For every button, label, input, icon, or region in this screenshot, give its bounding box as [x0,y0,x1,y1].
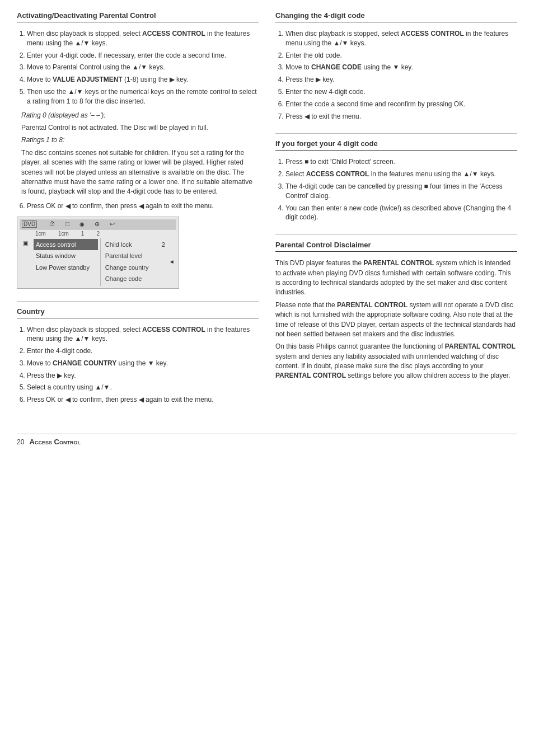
bold-text: CHANGE COUNTRY [53,359,116,367]
menu-left-col: Access control Status window Low Power s… [31,238,100,286]
divider-1 [17,301,259,302]
menu-label-3: 1 [81,231,85,237]
list-item: When disc playback is stopped, select AC… [285,29,517,48]
menu-icon-left: ▣ [21,240,30,246]
list-item: Enter the 4-digit code. [27,346,259,356]
section-changing-code-title: Changing the 4-digit code [275,11,517,22]
list-item: Press the ▶ key. [27,371,259,381]
bold-text: ACCESS CONTROL [401,30,464,37]
menu-label-2: 1cm [58,231,69,237]
section-disclaimer: Parental Control Disclaimer This DVD pla… [275,241,517,381]
list-item: Press ◀ to exit the menu. [285,112,517,121]
menu-label-4: 2 [96,231,100,237]
page-layout: Activating/Deactivating Parental Control… [17,11,517,417]
activating-steps-list-2: Press OK or ◀ to confirm, then press ◀ a… [27,201,259,211]
activating-steps-list: When disc playback is stopped, select AC… [27,29,259,106]
section-disclaimer-title: Parental Control Disclaimer [275,241,517,252]
menu-icon-1: ⏱ [49,220,55,227]
divider-3 [275,234,517,235]
list-item: When disc playback is stopped, select AC… [27,325,259,344]
list-item: Enter the new 4-digit code. [285,87,517,97]
left-column: Activating/Deactivating Parental Control… [17,11,259,417]
note-title-1: Rating 0 (displayed as '– –'): [21,111,259,120]
note-title-2: Ratings 1 to 8: [21,135,259,145]
menu-icon-4: ⊕ [95,220,100,228]
list-item: Move to VALUE ADJUSTMENT (1-8) using the… [27,75,259,84]
list-item: Press OK or ◀ to confirm, then press ◀ a… [27,395,259,405]
menu-screenshot: DVD ⏱ □ ◉ ⊕ ↩ 1cm 1cm 1 2 ▣ [17,217,179,289]
section-forget-code-title: If you forget your 4 digit code [275,139,517,151]
list-item: The 4-digit code can be cancelled by pre… [285,182,517,201]
list-item: Enter the code a second time and reconfi… [285,100,517,109]
dvd-label: DVD [22,220,37,228]
list-item: Press ■ to exit 'Child Protect' screen. [285,157,517,167]
section-country: Country When disc playback is stopped, s… [17,307,259,405]
menu-item-parental-level[interactable]: Parental level [103,250,167,262]
menu-item-child-lock[interactable]: Child lock [103,239,134,251]
disclaimer-para-1: This DVD player features the PARENTAL CO… [275,259,517,298]
list-item: Select ACCESS CONTROL in the features me… [285,170,517,179]
bold-text: ACCESS CONTROL [306,170,369,178]
country-steps-list: When disc playback is stopped, select AC… [27,325,259,405]
list-item: Move to CHANGE CODE using the ▼ key. [285,63,517,72]
divider-2 [275,133,517,134]
list-item: You can then enter a new code (twice!) a… [285,204,517,223]
list-item: Move to CHANGE COUNTRY using the ▼ key. [27,359,259,368]
footer-title: Access Control [30,438,81,446]
bold-text: CHANGE CODE [311,63,362,71]
section-forget-code: If you forget your 4 digit code Press ■ … [275,139,517,222]
disclaimer-para-3: On this basis Philips cannot guarantee t… [275,342,517,381]
section-activating: Activating/Deactivating Parental Control… [17,11,259,289]
note-text-1: Parental Control is not activated. The D… [21,123,259,133]
notes-block: Rating 0 (displayed as '– –'): Parental … [21,111,259,197]
bold-text: PARENTAL CONTROL [275,372,346,379]
menu-item-status-window[interactable]: Status window [34,250,98,262]
list-item: Press OK or ◀ to confirm, then press ◀ a… [27,201,259,211]
menu-right-col: Child lock 2 Parental level Change count… [100,238,169,286]
menu-right-header: Child lock 2 [103,239,167,251]
menu-item-access-control[interactable]: Access control [34,239,98,251]
bold-text: VALUE ADJUSTMENT [53,76,123,83]
list-item: Enter your 4-digit code. If necessary, e… [27,51,259,60]
forget-code-steps: Press ■ to exit 'Child Protect' screen. … [285,157,517,222]
disclaimer-para-2: Please note that the PARENTAL CONTROL sy… [275,300,517,340]
bold-text: PARENTAL CONTROL [337,301,407,309]
menu-top-bar: DVD ⏱ □ ◉ ⊕ ↩ [20,219,176,229]
bold-text: PARENTAL CONTROL [363,259,434,267]
menu-right-indicator: ◄ [169,238,176,286]
list-item: Enter the old code. [285,51,517,60]
bold-text: ACCESS CONTROL [142,30,205,37]
section-country-title: Country [17,307,259,318]
menu-item-low-power[interactable]: Low Power standby [34,262,98,274]
menu-label-1: 1cm [35,231,46,237]
changing-code-steps: When disc playback is stopped, select AC… [285,29,517,121]
page-footer: 20 Access Control [17,434,517,446]
menu-icon-2: □ [65,220,69,227]
menu-left-indicator: ▣ [20,238,31,286]
menu-number: 2 [157,241,167,248]
bold-text: ACCESS CONTROL [142,326,205,334]
menu-item-change-code[interactable]: Change code [103,273,167,285]
section-changing-code: Changing the 4-digit code When disc play… [275,11,517,121]
section-activating-title: Activating/Deactivating Parental Control [17,11,259,22]
menu-icon-3: ◉ [79,221,85,227]
note-text-2: The disc contains scenes not suitable fo… [21,148,259,197]
page-number: 20 [17,438,24,446]
list-item: When disc playback is stopped, select AC… [27,29,259,48]
menu-item-change-country[interactable]: Change country [103,262,167,274]
list-item: Press the ▶ key. [285,75,517,84]
bold-text: PARENTAL CONTROL [445,342,516,350]
menu-tab-labels: 1cm 1cm 1 2 [20,231,176,238]
list-item: Select a country using ▲/▼. [27,383,259,392]
right-column: Changing the 4-digit code When disc play… [275,11,517,417]
menu-icon-5: ↩ [110,220,115,228]
list-item: Move to Parental Control using the ▲/▼ k… [27,63,259,72]
menu-content-row: ▣ Access control Status window Low Power… [20,238,176,286]
list-item: Then use the ▲/▼ keys or the numerical k… [27,87,259,106]
